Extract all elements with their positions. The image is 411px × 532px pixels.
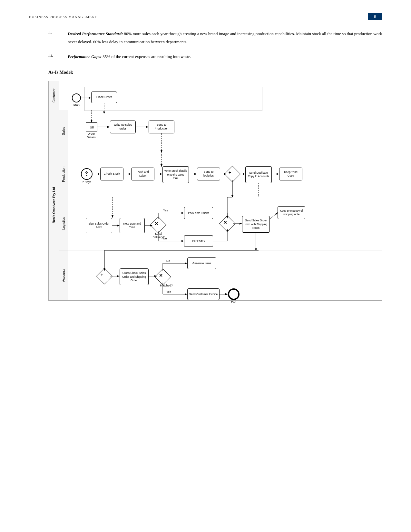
accounts-diagram: + Cross Check Sales Order and Shipping O… — [68, 250, 382, 300]
lane-label-accounts: Accounts — [59, 250, 68, 300]
gateway-x2-label: ✕ — [223, 220, 227, 225]
svg-line-31 — [270, 213, 278, 219]
page: BUSINESS PROCESS MANAGEMENT 6 ii. Desire… — [0, 0, 411, 532]
svg-text:Yes: Yes — [166, 290, 171, 294]
lane-label-sales: Sales — [59, 110, 68, 152]
list-num-ii: ii. — [48, 30, 68, 46]
lane-customer: Customer Start Place Order — [49, 81, 382, 110]
label-iii: Performance Gaps: — [68, 54, 102, 59]
lane-content-production: ⏱ 7 Days Check Stock Pack and Label Writ… — [68, 152, 382, 197]
keep-third-copy-task: Keep Third Copy — [279, 168, 302, 180]
list-text-ii: Desired Performance Standard: 80% more s… — [68, 30, 382, 46]
list-item-iii: iii. Performance Gaps: 35% of the curren… — [48, 53, 382, 61]
label-ii: Desired Performance Standard: — [68, 31, 123, 36]
send-to-production-task: Send to Production — [149, 121, 174, 133]
svg-line-46 — [104, 250, 256, 270]
cross-check-task: Cross Check Sales Order and Shipping Ord… — [120, 268, 149, 285]
lane-logistics: Logistics Sign Sales Order Form Note Dat… — [59, 197, 382, 250]
header-title: BUSINESS PROCESS MANAGEMENT — [29, 15, 97, 19]
end-event — [228, 288, 240, 300]
pool-label: Ben's Omnivore Pty Ltd — [49, 110, 59, 300]
lane-label-logistics: Logistics — [59, 197, 68, 250]
write-sales-order-task: Write up sales order — [110, 121, 136, 133]
write-stock-task: Write Stock details onto the sales form — [162, 166, 189, 183]
pool-lanes: Sales ✉ OrderDetails Write up sales orde… — [59, 110, 382, 300]
list-text-iii: Performance Gaps: 35% of the current exp… — [68, 53, 382, 61]
check-stock-task: Check Stock — [100, 168, 123, 180]
gateway-plus1 — [224, 166, 241, 182]
gateway-x1 — [150, 217, 167, 233]
gateway-x2 — [219, 216, 236, 232]
lane-content-logistics: Sign Sales Order Form Note Date and Time… — [68, 197, 382, 250]
order-details-label: OrderDetails — [82, 132, 101, 139]
lane-accounts: Accounts + Cross Check Sales Order and S… — [59, 250, 382, 300]
lane-label-customer: Customer — [49, 81, 59, 110]
gateway-x1-label: ✕ — [154, 221, 158, 226]
gateway-plus-acc-label: + — [101, 272, 103, 277]
page-number: 6 — [368, 13, 382, 20]
start-event — [72, 93, 81, 102]
get-fedex-task: Get FedEx — [184, 235, 213, 247]
matched-label: Matched? — [158, 284, 174, 287]
acc-svg: No Yes — [68, 250, 382, 300]
gateway-plus1-label: + — [229, 170, 231, 175]
section-heading: As-Is Model: — [48, 70, 382, 75]
seven-days-label: 7 Days — [77, 180, 96, 184]
generate-issue-task: Generate Issue — [187, 257, 216, 269]
lane-label-production: Production — [59, 152, 68, 197]
keep-photocopy-task: Keep photocopy of shipping note — [278, 206, 305, 219]
gateway-x-matched-label: ✕ — [159, 273, 163, 278]
place-order-task: Place Order — [91, 92, 117, 103]
list-num-iii: iii. — [48, 53, 68, 61]
lane-sales: Sales ✉ OrderDetails Write up sales orde… — [59, 110, 382, 152]
page-header: BUSINESS PROCESS MANAGEMENT 6 — [29, 13, 382, 20]
pack-trucks-task: Pack onto Trucks — [184, 207, 213, 219]
logistics-diagram: Sign Sales Order Form Note Date and Time… — [68, 197, 382, 250]
svg-text:Yes: Yes — [163, 209, 168, 212]
bpmn-diagram: Customer Start Place Order — [48, 81, 382, 301]
order-details-event: ✉ — [86, 122, 97, 131]
timer-event: ⏱ — [81, 168, 93, 180]
lane-production: Production ⏱ 7 Days Check Stock Pack and… — [59, 152, 382, 197]
end-label: End — [225, 301, 242, 304]
sign-sales-task: Sign Sales Order Form — [86, 218, 112, 233]
lane-content-accounts: + Cross Check Sales Order and Shipping O… — [68, 250, 382, 300]
list-item-ii: ii. Desired Performance Standard: 80% mo… — [48, 30, 382, 46]
content-area: ii. Desired Performance Standard: 80% mo… — [29, 30, 382, 301]
lane-content-sales: ✉ OrderDetails Write up sales order Send… — [68, 110, 382, 152]
pack-label-task: Pack and Label — [131, 168, 154, 180]
send-duplicate-task: Send Duplicate Copy to Accounts — [245, 166, 272, 183]
start-label: Start — [69, 103, 84, 107]
gateway-plus-accounts — [96, 268, 113, 285]
send-invoice-task: Send Customer Invoice — [187, 288, 220, 300]
production-diagram: ⏱ 7 Days Check Stock Pack and Label Writ… — [68, 152, 382, 197]
local-delivery-label: Local Delivery? — [151, 232, 167, 239]
svg-text:No: No — [166, 259, 170, 263]
customer-diagram: Start Place Order — [62, 84, 378, 113]
send-sales-form-task: Send Sales Order form with Shipping Note… — [242, 216, 270, 233]
pool-outer: Ben's Omnivore Pty Ltd Sales ✉ OrderDeta… — [49, 110, 382, 301]
sales-diagram: ✉ OrderDetails Write up sales order Send… — [68, 110, 382, 152]
send-logistics-task: Send to logistics — [197, 168, 220, 180]
note-date-task: Note Date and Time — [120, 218, 145, 233]
gateway-x-matched — [155, 269, 171, 285]
lane-content-customer: Start Place Order — [59, 81, 382, 110]
